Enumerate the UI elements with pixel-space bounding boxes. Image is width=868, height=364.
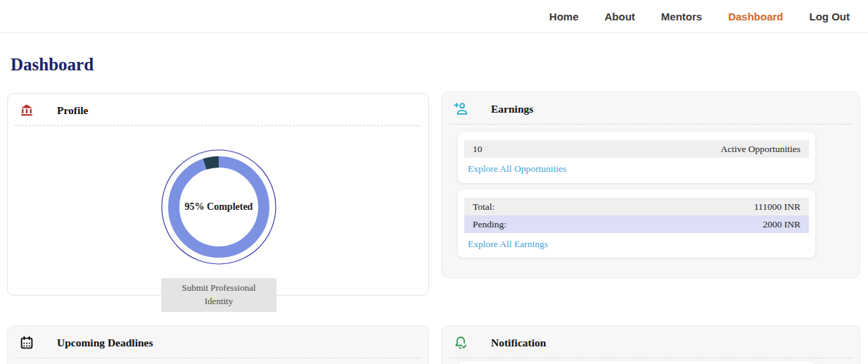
total-label: Total: — [473, 201, 494, 213]
profile-progress-chart: 95% Completed — [159, 147, 279, 267]
nav-item-dashboard[interactable]: Dashboard — [728, 11, 783, 23]
progress-center-label: 95% Completed — [185, 201, 253, 213]
opportunities-box: 10 Active Opportunities Explore All Oppo… — [458, 132, 815, 183]
pending-value: 2000 INR — [762, 219, 800, 230]
earnings-summary-box: Total: 111000 INR Pending: 2000 INR Expl… — [458, 189, 815, 258]
earnings-card-title: Earnings — [491, 103, 533, 115]
pending-label: Pending: — [473, 219, 506, 230]
notification-card: Notification — [441, 325, 860, 364]
opportunities-count: 10 — [473, 144, 483, 155]
notification-card-title: Notification — [491, 337, 546, 349]
pending-earnings-row: Pending: 2000 INR — [464, 215, 809, 233]
bank-icon — [20, 103, 34, 118]
notification-card-header: Notification — [449, 326, 853, 358]
profile-card-header: Profile — [15, 94, 421, 126]
nav-item-home[interactable]: Home — [549, 11, 579, 23]
explore-all-earnings-link[interactable]: Explore All Earnings — [468, 239, 548, 250]
page-title: Dashboard — [11, 55, 94, 75]
total-value: 111000 INR — [754, 201, 800, 213]
explore-all-opportunities-link[interactable]: Explore All Opportunities — [468, 163, 566, 175]
nav-item-mentors[interactable]: Mentors — [661, 11, 702, 23]
deadlines-card-header: Upcoming Deadlines — [15, 326, 421, 358]
earnings-card-header: Earnings — [449, 92, 853, 125]
profile-card: Profile 95% Completed Submit Professiona… — [7, 93, 429, 296]
top-navbar: Home About Mentors Dashboard Log Out — [0, 0, 868, 33]
opportunities-label: Active Opportunities — [720, 144, 800, 155]
submit-professional-identity-button[interactable]: Submit Professional Identity — [161, 278, 276, 312]
total-earnings-row: Total: 111000 INR — [464, 198, 809, 215]
bell-check-icon — [454, 336, 468, 350]
person-plus-icon — [454, 102, 468, 116]
deadlines-card-title: Upcoming Deadlines — [57, 337, 153, 349]
upcoming-deadlines-card: Upcoming Deadlines — [7, 325, 429, 364]
earnings-card: Earnings 10 Active Opportunities Explore… — [441, 92, 860, 278]
notification-list-box — [458, 361, 815, 364]
active-opportunities-row: 10 Active Opportunities — [464, 140, 809, 158]
nav-item-about[interactable]: About — [604, 11, 634, 23]
profile-card-title: Profile — [57, 104, 88, 117]
nav-item-logout[interactable]: Log Out — [810, 11, 850, 23]
calendar-icon — [20, 336, 34, 350]
